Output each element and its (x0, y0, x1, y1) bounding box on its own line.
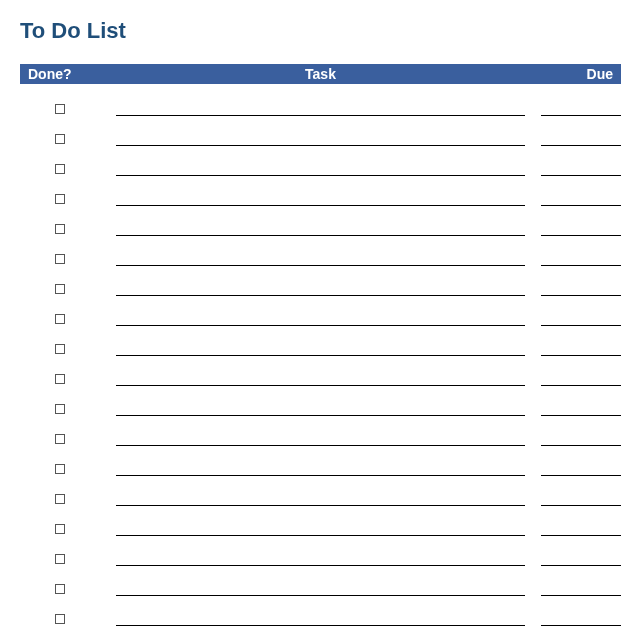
checkbox[interactable] (55, 314, 65, 324)
cell-done (20, 104, 100, 114)
cell-due[interactable] (541, 162, 621, 176)
cell-done (20, 134, 100, 144)
checkbox[interactable] (55, 524, 65, 534)
cell-due[interactable] (541, 102, 621, 116)
cell-done (20, 314, 100, 324)
cell-due[interactable] (541, 432, 621, 446)
table-header: Done? Task Due (20, 64, 621, 84)
cell-done (20, 194, 100, 204)
cell-due[interactable] (541, 342, 621, 356)
cell-due[interactable] (541, 372, 621, 386)
table-row (20, 394, 621, 424)
cell-done (20, 584, 100, 594)
table-row (20, 454, 621, 484)
cell-due[interactable] (541, 612, 621, 626)
cell-task[interactable] (116, 252, 525, 266)
checkbox[interactable] (55, 224, 65, 234)
table-row (20, 274, 621, 304)
cell-task[interactable] (116, 192, 525, 206)
cell-due[interactable] (541, 402, 621, 416)
cell-due[interactable] (541, 522, 621, 536)
checkbox[interactable] (55, 554, 65, 564)
checkbox[interactable] (55, 344, 65, 354)
checkbox[interactable] (55, 134, 65, 144)
cell-done (20, 404, 100, 414)
table-body (20, 94, 621, 634)
table-row (20, 124, 621, 154)
cell-task[interactable] (116, 342, 525, 356)
cell-done (20, 284, 100, 294)
table-row (20, 304, 621, 334)
cell-task[interactable] (116, 372, 525, 386)
cell-task[interactable] (116, 402, 525, 416)
table-row (20, 94, 621, 124)
checkbox[interactable] (55, 614, 65, 624)
cell-task[interactable] (116, 282, 525, 296)
cell-task[interactable] (116, 132, 525, 146)
page-title: To Do List (20, 18, 621, 44)
header-due: Due (533, 66, 613, 82)
table-row (20, 514, 621, 544)
cell-due[interactable] (541, 222, 621, 236)
cell-task[interactable] (116, 492, 525, 506)
checkbox[interactable] (55, 374, 65, 384)
cell-task[interactable] (116, 522, 525, 536)
cell-done (20, 434, 100, 444)
cell-due[interactable] (541, 582, 621, 596)
cell-due[interactable] (541, 492, 621, 506)
checkbox[interactable] (55, 194, 65, 204)
checkbox[interactable] (55, 494, 65, 504)
table-row (20, 154, 621, 184)
table-row (20, 364, 621, 394)
checkbox[interactable] (55, 284, 65, 294)
cell-done (20, 254, 100, 264)
cell-task[interactable] (116, 432, 525, 446)
cell-due[interactable] (541, 192, 621, 206)
cell-task[interactable] (116, 582, 525, 596)
cell-done (20, 554, 100, 564)
checkbox[interactable] (55, 104, 65, 114)
cell-done (20, 464, 100, 474)
table-row (20, 574, 621, 604)
cell-due[interactable] (541, 462, 621, 476)
cell-done (20, 224, 100, 234)
cell-task[interactable] (116, 312, 525, 326)
cell-due[interactable] (541, 252, 621, 266)
cell-task[interactable] (116, 102, 525, 116)
cell-task[interactable] (116, 612, 525, 626)
table-row (20, 244, 621, 274)
header-done: Done? (28, 66, 108, 82)
cell-due[interactable] (541, 132, 621, 146)
cell-due[interactable] (541, 312, 621, 326)
table-row (20, 424, 621, 454)
checkbox[interactable] (55, 254, 65, 264)
cell-done (20, 524, 100, 534)
table-row (20, 214, 621, 244)
table-row (20, 334, 621, 364)
cell-task[interactable] (116, 222, 525, 236)
table-row (20, 184, 621, 214)
cell-due[interactable] (541, 552, 621, 566)
cell-done (20, 374, 100, 384)
cell-done (20, 494, 100, 504)
cell-done (20, 164, 100, 174)
header-task: Task (108, 66, 533, 82)
cell-done (20, 614, 100, 624)
cell-task[interactable] (116, 162, 525, 176)
table-row (20, 544, 621, 574)
checkbox[interactable] (55, 164, 65, 174)
cell-task[interactable] (116, 462, 525, 476)
cell-due[interactable] (541, 282, 621, 296)
checkbox[interactable] (55, 464, 65, 474)
cell-task[interactable] (116, 552, 525, 566)
table-row (20, 484, 621, 514)
checkbox[interactable] (55, 404, 65, 414)
checkbox[interactable] (55, 434, 65, 444)
checkbox[interactable] (55, 584, 65, 594)
table-row (20, 604, 621, 634)
cell-done (20, 344, 100, 354)
